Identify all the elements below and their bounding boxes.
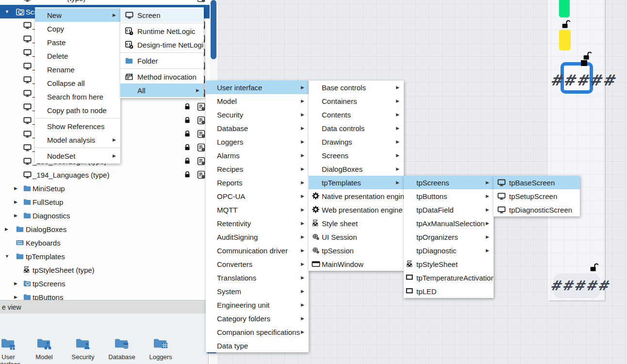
menu-item[interactable]: Security ▶: [206, 108, 309, 121]
menu-item[interactable]: MQTT ▶: [206, 203, 309, 216]
menu-item[interactable]: Folder: [120, 54, 204, 67]
menu-item[interactable]: tpBaseScreen: [494, 176, 580, 189]
selection-handle[interactable]: [581, 60, 587, 66]
expander-icon[interactable]: ▼: [5, 254, 9, 259]
menu-item[interactable]: MainWindow: [309, 257, 404, 271]
menu-item[interactable]: Loggers ▶: [206, 135, 309, 149]
menu-item[interactable]: New ▶: [35, 8, 120, 22]
tree-row[interactable]: (type): [0, 0, 217, 5]
expander-icon[interactable]: ▶: [5, 227, 8, 232]
expander-icon[interactable]: ▶: [14, 213, 17, 218]
tree-row[interactable]: ▶ Diagnostics: [0, 209, 217, 222]
monitor-icon: [23, 102, 32, 112]
menu-item[interactable]: Copy path to node: [35, 103, 120, 117]
menu-item[interactable]: Web presentation engine: [309, 203, 404, 216]
expander-icon[interactable]: ▼: [5, 9, 9, 14]
tree-row-label: MiniSetup: [0, 184, 65, 193]
menu-item[interactable]: Contents ▶: [309, 108, 404, 121]
menu-item[interactable]: UI Session: [309, 230, 404, 244]
dock-item[interactable]: Model: [25, 337, 64, 361]
menu-item[interactable]: tpButtons ▶: [404, 189, 494, 203]
dock-item[interactable]: Security: [64, 337, 102, 361]
menu-item[interactable]: tpTemplates ▶: [309, 176, 404, 189]
netlogic-design-icon: [125, 40, 134, 50]
menu-item[interactable]: tpDiagnosticScreen: [494, 203, 580, 216]
tree-scrollbar-thumb[interactable]: [211, 0, 216, 59]
menu-item[interactable]: Show References: [35, 119, 120, 133]
menu-item[interactable]: Rename: [35, 63, 120, 76]
menu-item[interactable]: DialogBoxes ▶: [309, 162, 404, 176]
dock-item[interactable]: User Interface: [0, 337, 28, 364]
menu-item[interactable]: Paste: [35, 35, 120, 49]
green-rectangle-element[interactable]: [559, 0, 570, 17]
menu-item[interactable]: Copy: [35, 22, 120, 35]
menu-item[interactable]: tpDiagnostic ▶: [404, 244, 494, 257]
menu-item[interactable]: Native presentation engine: [309, 189, 404, 203]
menu-item[interactable]: Data controls ▶: [309, 121, 404, 135]
menu-item[interactable]: Converters ▶: [206, 257, 309, 271]
expander-icon[interactable]: ▶: [14, 295, 17, 299]
menu-item[interactable]: Model analysis ▶: [35, 133, 120, 147]
menu-item[interactable]: Companion specifications ▶: [206, 325, 309, 339]
menu-item[interactable]: tpTemperatureActivation: [404, 271, 494, 284]
menu-item[interactable]: System ▶: [206, 284, 309, 298]
menu-item[interactable]: Delete: [35, 49, 120, 63]
menu-item[interactable]: Search from here: [35, 90, 120, 103]
menu-item[interactable]: Alarms ▶: [206, 149, 309, 162]
menu-item[interactable]: Drawings ▶: [309, 135, 404, 149]
tree-row[interactable]: ▶ MiniSetup: [0, 182, 217, 195]
menu-item[interactable]: Style sheet: [309, 216, 404, 230]
menu-item[interactable]: tpScreens ▶: [404, 176, 494, 189]
menu-item[interactable]: Design-time NetLogic: [120, 38, 204, 51]
menu-item[interactable]: tpOrganizers ▶: [404, 230, 494, 244]
tree-row[interactable]: tpStyleSheet (type): [0, 263, 217, 277]
menu-item[interactable]: Category folders ▶: [206, 312, 309, 325]
tree-row-label: DialogBoxes: [0, 225, 66, 233]
menu-item[interactable]: Screen: [120, 8, 204, 22]
submenu-arrow-icon: ▶: [301, 302, 304, 307]
menu-item[interactable]: Database ▶: [206, 121, 309, 135]
yellow-rectangle-element[interactable]: [559, 30, 571, 50]
submenu-arrow-icon: ▶: [301, 248, 304, 253]
dock-item[interactable]: Database: [102, 337, 141, 361]
menu-item[interactable]: Recipes ▶: [206, 162, 309, 176]
menu-item[interactable]: tpAxManualSelection ▶: [404, 216, 494, 230]
expander-icon[interactable]: ▶: [14, 199, 17, 204]
menu-item[interactable]: Collapse all: [35, 76, 120, 90]
tree-row[interactable]: Keyboards: [0, 236, 217, 249]
menu-item[interactable]: Screens ▶: [309, 149, 404, 162]
menu-item[interactable]: NodeSet ▶: [35, 149, 120, 163]
tree-row[interactable]: ▶ FullSetup: [0, 195, 217, 209]
menu-item[interactable]: Method invocation: [120, 70, 204, 83]
menu-item[interactable]: Model ▶: [206, 94, 309, 108]
screen-page[interactable]: [548, 0, 606, 301]
menu-item[interactable]: Retentivity ▶: [206, 216, 309, 230]
dock-item[interactable]: Loggers: [141, 337, 180, 361]
menu-item[interactable]: tpSetupScreen: [494, 189, 580, 203]
menu-item[interactable]: AuditSigning ▶: [206, 230, 309, 244]
tree-row[interactable]: ▶ tpScreens: [0, 277, 217, 290]
menu-item[interactable]: OPC-UA ▶: [206, 189, 309, 203]
menu-item[interactable]: Communication driver ▶: [206, 244, 309, 257]
menu-item[interactable]: Engineering unit ▶: [206, 298, 309, 312]
menu-item[interactable]: Reports ▶: [206, 176, 309, 189]
menu-item[interactable]: Containers ▶: [309, 94, 404, 108]
menu-item[interactable]: tpLED: [404, 284, 494, 298]
menu-item[interactable]: User interface ▶: [206, 81, 309, 94]
type-view-bar[interactable]: e view: [0, 300, 209, 314]
menu-item[interactable]: Data type: [206, 339, 309, 352]
menu-item[interactable]: Base controls ▶: [309, 81, 404, 94]
submenu-arrow-icon: ▶: [486, 180, 489, 185]
expander-icon[interactable]: ▶: [14, 186, 17, 191]
tree-row[interactable]: ▼ tpTemplates: [0, 249, 217, 263]
tree-row[interactable]: _194_Languages (type): [0, 168, 217, 182]
tree-row[interactable]: ▶ DialogBoxes: [0, 222, 217, 236]
menu-item[interactable]: tpStyleSheet: [404, 257, 494, 271]
submenu-arrow-icon: ▶: [396, 153, 399, 158]
menu-item[interactable]: tpSession: [309, 244, 404, 257]
menu-item[interactable]: Translations ▶: [206, 271, 309, 284]
expander-icon[interactable]: ▶: [14, 281, 17, 286]
menu-item[interactable]: tpDataField ▶: [404, 203, 494, 216]
menu-item[interactable]: Runtime NetLogic: [120, 24, 204, 38]
menu-item[interactable]: All ▶: [120, 83, 204, 97]
